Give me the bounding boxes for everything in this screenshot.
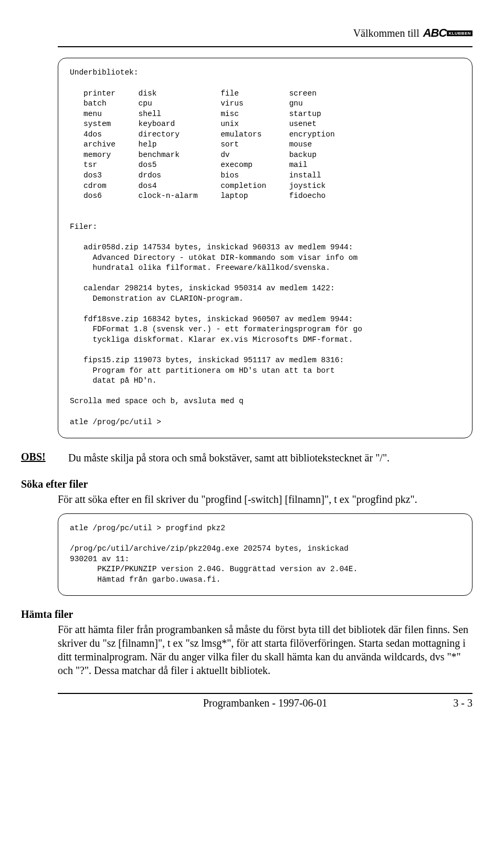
files-heading: Filer: — [70, 223, 97, 231]
logo-abc-text: ABC — [423, 26, 447, 40]
logo-klubben-text: KLUBBEN — [447, 30, 472, 36]
page-header: Välkommen till ABC KLUBBEN — [58, 26, 472, 40]
fetch-text: För att hämta filer från programbanken s… — [58, 623, 472, 677]
scroll-hint: Scrolla med space och b, avsluta med q — [70, 397, 244, 405]
obs-label: OBS! — [21, 451, 58, 463]
abc-logo: ABC KLUBBEN — [423, 26, 472, 40]
obs-row: OBS! Du måste skilja på stora och små bo… — [58, 451, 472, 465]
terminal-box-1: Underbibliotek: printer disk file screen… — [58, 58, 472, 438]
page-footer: Programbanken - 1997-06-01 3 - 3 — [58, 697, 472, 709]
header-rule — [58, 46, 472, 47]
underbib-title: Underbibliotek: — [70, 68, 139, 77]
welcome-text: Välkommen till — [353, 27, 419, 39]
footer-rule — [58, 693, 472, 694]
search-heading: Söka efter filer — [21, 478, 472, 490]
directory-table: printer disk file screen batch cpu virus… — [70, 89, 335, 201]
fetch-heading: Hämta filer — [21, 608, 472, 620]
prompt-1: atle /prog/pc/util > — [70, 418, 161, 426]
search-text: För att söka efter en fil skriver du "pr… — [58, 492, 472, 506]
terminal-box-2: atle /prog/pc/util > progfind pkz2 /prog… — [58, 513, 472, 596]
file-list: adir058d.zip 147534 bytes, inskickad 960… — [70, 243, 460, 386]
footer-center: Programbanken - 1997-06-01 — [196, 697, 334, 709]
footer-right: 3 - 3 — [334, 697, 472, 709]
footer-left — [58, 697, 196, 709]
obs-text: Du måste skilja på stora och små bokstäv… — [68, 451, 390, 465]
progfind-output: atle /prog/pc/util > progfind pkz2 /prog… — [70, 524, 358, 584]
